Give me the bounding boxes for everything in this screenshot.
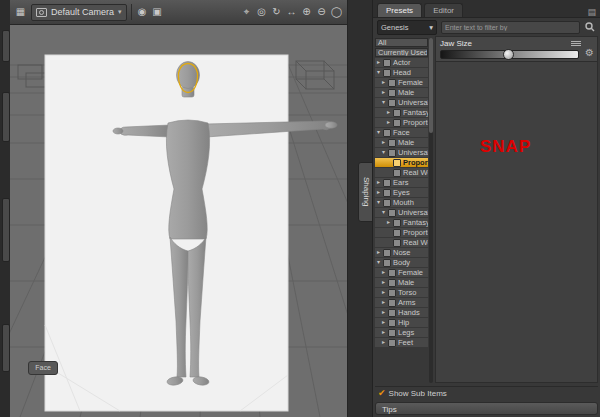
category-head[interactable]: ▾Head bbox=[375, 68, 428, 77]
category-label: Arms bbox=[398, 298, 416, 307]
camera-selector-label: Default Camera bbox=[51, 7, 114, 17]
filter-row: Genesis ▾ bbox=[373, 18, 600, 36]
dock-handle[interactable] bbox=[2, 92, 10, 142]
parameter-row: Jaw Size ⚙ bbox=[436, 37, 597, 62]
shaded-view-icon[interactable]: ◉ bbox=[136, 5, 149, 19]
dock-handle[interactable] bbox=[2, 198, 10, 262]
category-label: Female bbox=[398, 78, 423, 87]
category-label: Face bbox=[393, 128, 410, 137]
category-proportions[interactable]: ▸Proportions bbox=[375, 118, 428, 127]
category-fantasy-scifi[interactable]: ▸Fantasy SciFi bbox=[375, 108, 428, 117]
tips-bar[interactable]: Tips bbox=[375, 402, 598, 415]
figure-dropdown-label: Genesis bbox=[381, 23, 409, 32]
category-universal[interactable]: ▾Universal bbox=[375, 208, 428, 217]
morph-group-icon bbox=[388, 89, 396, 97]
category-hands[interactable]: ▸Hands bbox=[375, 308, 428, 317]
category-real-world[interactable]: Real World bbox=[375, 238, 428, 247]
category-label: Body bbox=[393, 258, 410, 267]
category-legs[interactable]: ▸Legs bbox=[375, 328, 428, 337]
category-label: Actor bbox=[393, 58, 411, 67]
camera-selector-dropdown[interactable]: Default Camera ▾ bbox=[31, 4, 127, 21]
category-label: Fantasy SciFi bbox=[403, 218, 428, 227]
category-male[interactable]: ▸Male bbox=[375, 278, 428, 287]
morph-group-icon bbox=[393, 219, 401, 227]
category-feet[interactable]: ▸Feet bbox=[375, 338, 428, 347]
category-hip[interactable]: ▸Hip bbox=[375, 318, 428, 327]
chevron-down-icon: ▾ bbox=[429, 23, 433, 32]
category-label: Fantasy SciFi bbox=[403, 108, 428, 117]
category-nose[interactable]: ▸Nose bbox=[375, 248, 428, 257]
category-eyes[interactable]: ▸Eyes bbox=[375, 188, 428, 197]
tab-editor[interactable]: Editor bbox=[424, 3, 463, 17]
category-label: Universal bbox=[398, 208, 428, 217]
morph-group-icon bbox=[388, 309, 396, 317]
figure-dropdown[interactable]: Genesis ▾ bbox=[377, 20, 437, 35]
viewport[interactable]: Face bbox=[10, 25, 347, 417]
scrollbar-thumb[interactable] bbox=[429, 38, 433, 133]
category-mouth[interactable]: ▾Mouth bbox=[375, 198, 428, 207]
morph-group-icon bbox=[388, 279, 396, 287]
shaping-pane: PresetsEditor ▤ Genesis ▾ AllCurrently U… bbox=[372, 0, 600, 417]
backdrop-plane bbox=[45, 55, 288, 411]
category-fantasy-scifi[interactable]: ▸Fantasy SciFi bbox=[375, 218, 428, 227]
parameter-label: Jaw Size bbox=[440, 39, 472, 48]
frame-icon[interactable]: ⌖ bbox=[240, 5, 253, 19]
parameter-options-icon[interactable] bbox=[571, 40, 581, 47]
perspective-icon[interactable]: ◯ bbox=[330, 5, 343, 19]
tab-presets[interactable]: Presets bbox=[377, 3, 422, 17]
search-icon[interactable] bbox=[584, 21, 596, 33]
category-label: Female bbox=[398, 268, 423, 277]
tab-shaping[interactable]: Shaping bbox=[358, 162, 373, 222]
category-real-world[interactable]: Real World bbox=[375, 168, 428, 177]
category-label: Torso bbox=[398, 288, 416, 297]
morph-group-icon bbox=[388, 99, 396, 107]
zoom-in-icon[interactable]: ⊕ bbox=[300, 5, 313, 19]
category-proportions[interactable]: Proportions bbox=[375, 158, 428, 167]
category-label: Hip bbox=[398, 318, 409, 327]
jaw-size-slider-knob[interactable] bbox=[503, 49, 514, 60]
dock-handle[interactable] bbox=[2, 324, 10, 372]
viewport-canvas[interactable] bbox=[10, 25, 347, 417]
morph-group-icon bbox=[388, 289, 396, 297]
category-male[interactable]: ▸Male bbox=[375, 88, 428, 97]
orbit-icon[interactable]: ↻ bbox=[270, 5, 283, 19]
category-ears[interactable]: ▸Ears bbox=[375, 178, 428, 187]
category-female[interactable]: ▸Female bbox=[375, 268, 428, 277]
aux-viewport-icon[interactable]: ▣ bbox=[151, 5, 164, 19]
dock-handle[interactable] bbox=[2, 30, 10, 62]
category-proportions[interactable]: Proportions bbox=[375, 228, 428, 237]
category-currently-used[interactable]: Currently Used bbox=[375, 48, 428, 57]
category-face[interactable]: ▾Face bbox=[375, 128, 428, 137]
view-control-icons: ⌖◎↻↔⊕⊖◯ bbox=[240, 5, 343, 19]
check-icon[interactable]: ✔ bbox=[378, 388, 386, 398]
morph-group-icon bbox=[388, 149, 396, 157]
category-label: Proportions bbox=[403, 228, 428, 237]
pane-menu-icon[interactable]: ▤ bbox=[587, 7, 596, 17]
category-list: AllCurrently Used▸Actor▾Head▸Female▸Male… bbox=[375, 38, 428, 383]
morph-group-icon bbox=[393, 119, 401, 127]
filter-input[interactable] bbox=[441, 21, 580, 34]
category-actor[interactable]: ▸Actor bbox=[375, 58, 428, 67]
category-label: Feet bbox=[398, 338, 413, 347]
category-body[interactable]: ▾Body bbox=[375, 258, 428, 267]
category-label: Nose bbox=[393, 248, 411, 257]
jaw-size-slider[interactable] bbox=[440, 50, 579, 59]
morph-group-icon bbox=[383, 249, 391, 257]
category-female[interactable]: ▸Female bbox=[375, 78, 428, 87]
category-label: Universal bbox=[398, 148, 428, 157]
category-male[interactable]: ▸Male bbox=[375, 138, 428, 147]
show-sub-items-row[interactable]: ✔ Show Sub Items bbox=[375, 386, 598, 399]
category-universal[interactable]: ▾Universal bbox=[375, 98, 428, 107]
category-scrollbar[interactable] bbox=[429, 38, 433, 383]
zoom-out-icon[interactable]: ⊖ bbox=[315, 5, 328, 19]
category-all[interactable]: All bbox=[375, 38, 428, 47]
category-torso[interactable]: ▸Torso bbox=[375, 288, 428, 297]
viewport-options-icon[interactable]: ▦ bbox=[14, 5, 27, 19]
aim-icon[interactable]: ◎ bbox=[255, 5, 268, 19]
category-label: Currently Used bbox=[378, 48, 428, 57]
gear-icon[interactable]: ⚙ bbox=[585, 48, 594, 58]
category-universal[interactable]: ▾Universal bbox=[375, 148, 428, 157]
pan-icon[interactable]: ↔ bbox=[285, 5, 298, 19]
category-arms[interactable]: ▸Arms bbox=[375, 298, 428, 307]
morph-group-icon bbox=[388, 319, 396, 327]
